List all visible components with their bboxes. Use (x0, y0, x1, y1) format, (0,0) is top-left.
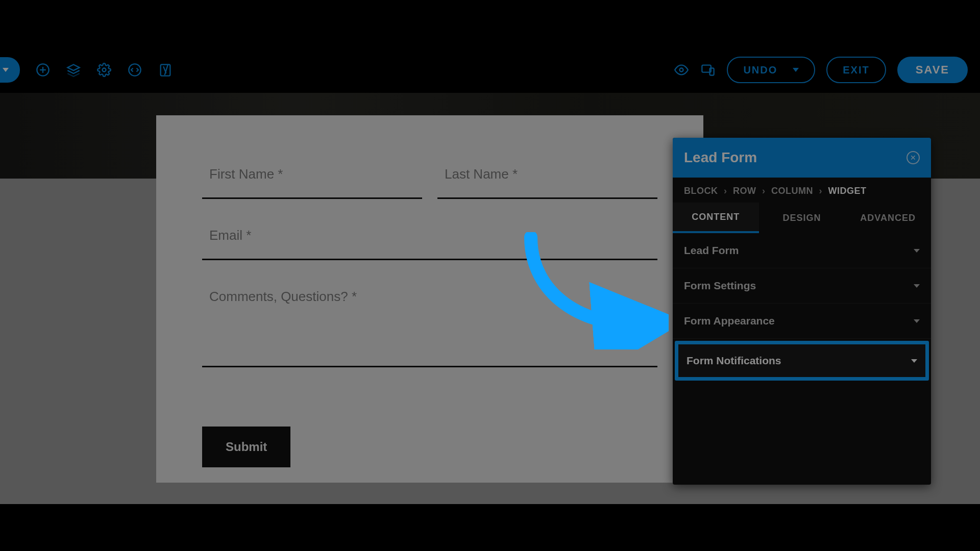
last-name-label: Last Name * (437, 166, 657, 199)
chevron-down-icon (914, 249, 920, 253)
chevron-down-icon (911, 359, 917, 363)
section-highlight: Form Notifications (673, 339, 931, 383)
section-lead-form-label: Lead Form (684, 244, 739, 257)
chevron-down-icon (914, 284, 920, 288)
yoast-icon[interactable] (158, 62, 173, 78)
tab-design-label: DESIGN (783, 213, 821, 223)
chevron-right-icon: › (762, 186, 766, 196)
first-name-label: First Name * (202, 166, 422, 199)
email-label: Email * (202, 228, 657, 260)
chevron-right-icon: › (819, 186, 823, 196)
breadcrumb: BLOCK › ROW › COLUMN › WIDGET (673, 178, 931, 203)
tab-content-label: CONTENT (692, 212, 740, 222)
breadcrumb-row[interactable]: ROW (733, 186, 756, 196)
devices-icon[interactable] (700, 62, 716, 78)
save-button[interactable]: SAVE (897, 57, 968, 83)
submit-button[interactable]: Submit (202, 427, 290, 467)
chevron-down-icon (914, 319, 920, 323)
form-row-comments: Comments, Questions? * (202, 289, 657, 367)
section-form-settings-label: Form Settings (684, 280, 756, 292)
save-label: SAVE (916, 63, 949, 76)
gear-icon[interactable] (96, 62, 112, 78)
lead-form-widget[interactable]: First Name * Last Name * Email * Comment… (156, 115, 703, 483)
tab-content[interactable]: CONTENT (673, 203, 759, 233)
toolbar-left: CT (0, 57, 173, 83)
undo-button[interactable]: UNDO (727, 57, 815, 83)
chevron-down-icon (3, 68, 9, 72)
breadcrumb-column[interactable]: COLUMN (771, 186, 813, 196)
chevron-right-icon: › (724, 186, 727, 196)
editor-stage: CT (0, 47, 980, 504)
add-icon[interactable] (35, 62, 51, 78)
comments-field[interactable]: Comments, Questions? * (202, 289, 657, 367)
form-row-name: First Name * Last Name * (202, 166, 657, 199)
panel-tabs: CONTENT DESIGN ADVANCED (673, 203, 931, 233)
widget-settings-panel: Lead Form ✕ BLOCK › ROW › COLUMN › WIDGE… (673, 138, 931, 485)
tab-design[interactable]: DESIGN (759, 203, 845, 233)
section-form-settings[interactable]: Form Settings (673, 268, 931, 304)
form-row-email: Email * (202, 228, 657, 260)
breadcrumb-block[interactable]: BLOCK (684, 186, 718, 196)
letterbox-bottom (0, 504, 980, 551)
email-field[interactable]: Email * (202, 228, 657, 260)
letterbox-top (0, 0, 980, 47)
toolbar-right: UNDO EXIT SAVE (674, 57, 968, 83)
svg-point-4 (103, 68, 106, 72)
top-toolbar: CT (0, 47, 980, 93)
page-select-dropdown[interactable]: CT (0, 57, 20, 83)
chevron-down-icon (793, 68, 799, 72)
section-form-notifications-label: Form Notifications (687, 355, 781, 367)
first-name-field[interactable]: First Name * (202, 166, 422, 199)
close-icon[interactable]: ✕ (906, 151, 920, 164)
layers-icon[interactable] (66, 62, 81, 78)
comments-label: Comments, Questions? * (202, 289, 657, 367)
exit-label: EXIT (843, 64, 869, 76)
section-form-notifications[interactable]: Form Notifications (678, 344, 925, 377)
section-form-appearance[interactable]: Form Appearance (673, 304, 931, 339)
svg-marker-3 (68, 65, 80, 71)
submit-label: Submit (226, 440, 267, 454)
last-name-field[interactable]: Last Name * (437, 166, 657, 199)
panel-header: Lead Form ✕ (673, 138, 931, 178)
exit-button[interactable]: EXIT (826, 57, 886, 83)
breadcrumb-widget[interactable]: WIDGET (828, 186, 867, 196)
section-form-appearance-label: Form Appearance (684, 315, 775, 327)
code-icon[interactable] (127, 62, 142, 78)
accordion: Lead Form Form Settings Form Appearance … (673, 233, 931, 485)
section-lead-form[interactable]: Lead Form (673, 233, 931, 268)
panel-title: Lead Form (684, 149, 757, 166)
undo-label: UNDO (743, 64, 777, 76)
tab-advanced[interactable]: ADVANCED (845, 203, 931, 233)
tab-advanced-label: ADVANCED (860, 213, 916, 223)
eye-icon[interactable] (674, 62, 689, 78)
svg-point-7 (680, 68, 683, 72)
